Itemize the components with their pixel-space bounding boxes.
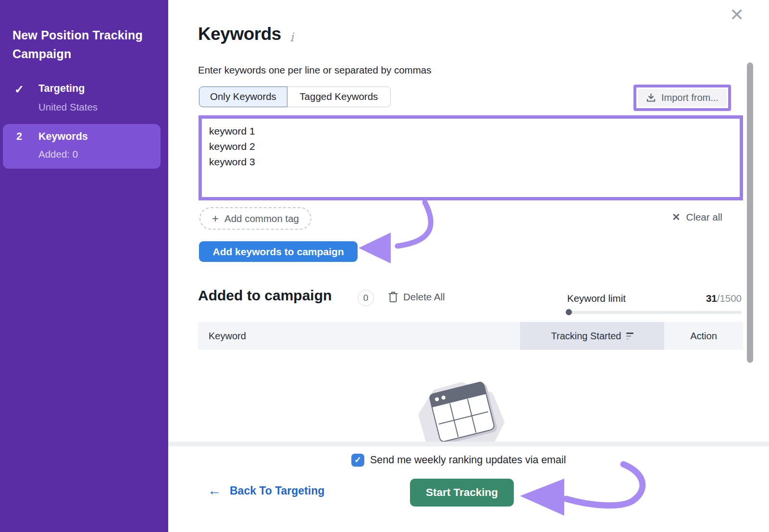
clear-all-label: Clear all bbox=[686, 211, 722, 223]
annotation-arrow-add-keywords bbox=[353, 196, 440, 269]
new-position-tracking-modal: New Position Tracking Campaign ✓ Targeti… bbox=[0, 0, 769, 532]
close-icon[interactable]: ✕ bbox=[726, 4, 748, 26]
keywords-instruction: Enter keywords one per line or separated… bbox=[198, 64, 431, 76]
trash-icon bbox=[388, 291, 398, 303]
step-keywords-label: Keywords bbox=[38, 131, 88, 143]
clear-all-button[interactable]: ✕ Clear all bbox=[672, 211, 722, 223]
delete-all-label: Delete All bbox=[403, 291, 445, 303]
back-to-targeting-link[interactable]: ← Back To Targeting bbox=[208, 484, 324, 497]
tab-tagged-keywords[interactable]: Tagged Keywords bbox=[286, 87, 391, 107]
plus-icon: + bbox=[212, 213, 219, 224]
keywords-mode-tabs: Only Keywords Tagged Keywords bbox=[199, 87, 391, 107]
keywords-added-count: Added: 0 bbox=[38, 148, 78, 160]
left-arrow-icon: ← bbox=[208, 484, 221, 497]
sidebar-step-targeting[interactable]: Targeting bbox=[38, 83, 85, 95]
keyword-limit-used: 31 bbox=[706, 293, 717, 304]
empty-table-illustration bbox=[411, 376, 512, 446]
clear-icon: ✕ bbox=[672, 211, 681, 223]
tab-only-keywords[interactable]: Only Keywords bbox=[199, 87, 287, 107]
column-header-tracking-started[interactable]: Tracking Started bbox=[520, 322, 664, 350]
wizard-sidebar: New Position Tracking Campaign ✓ Targeti… bbox=[0, 0, 168, 532]
vertical-scrollbar-thumb[interactable] bbox=[747, 62, 753, 363]
add-common-tag-label: Add common tag bbox=[224, 213, 299, 224]
back-to-targeting-label: Back To Targeting bbox=[230, 484, 324, 497]
page-title: Keywords bbox=[198, 24, 281, 44]
keyword-limit-value: 31/1500 bbox=[567, 293, 742, 304]
keywords-table-header: Keyword Tracking Started Action bbox=[198, 322, 743, 350]
sidebar-title: New Position Tracking Campaign bbox=[12, 26, 158, 63]
tracking-started-label: Tracking Started bbox=[551, 331, 621, 342]
sort-icon bbox=[626, 333, 633, 340]
keywords-textarea-annotation: keyword 1 keyword 2 keyword 3 bbox=[198, 115, 743, 200]
step-number: 2 bbox=[16, 131, 22, 143]
keyword-limit-total: /1500 bbox=[717, 293, 742, 304]
info-icon[interactable]: i bbox=[290, 30, 294, 44]
added-count-badge: 0 bbox=[358, 290, 374, 306]
weekly-updates-label: Send me weekly ranking updates via email bbox=[370, 454, 566, 467]
added-to-campaign-title: Added to campaign bbox=[198, 287, 332, 304]
keyword-limit-progressbar bbox=[567, 311, 742, 314]
import-from-label: Import from... bbox=[661, 92, 719, 103]
column-header-action: Action bbox=[664, 322, 743, 350]
footer-divider bbox=[168, 442, 769, 446]
check-icon: ✓ bbox=[14, 83, 24, 96]
import-from-button[interactable]: Import from... bbox=[638, 89, 727, 107]
delete-all-button[interactable]: Delete All bbox=[388, 291, 445, 303]
sidebar-step-keywords[interactable]: 2 Keywords Added: 0 bbox=[3, 124, 161, 169]
download-icon bbox=[646, 93, 656, 103]
import-from-annotation: Import from... bbox=[633, 85, 731, 111]
column-header-keyword: Keyword bbox=[209, 322, 246, 350]
start-tracking-button[interactable]: Start Tracking bbox=[410, 479, 514, 507]
targeting-value: United States bbox=[38, 101, 98, 113]
weekly-updates-checkbox[interactable]: ✓ bbox=[351, 454, 364, 467]
add-keywords-to-campaign-button[interactable]: Add keywords to campaign bbox=[199, 241, 358, 262]
keyword-limit-progress-dot bbox=[566, 309, 572, 315]
modal-footer: ✓ Send me weekly ranking updates via ema… bbox=[168, 446, 769, 532]
keywords-input[interactable]: keyword 1 keyword 2 keyword 3 bbox=[202, 119, 740, 197]
add-common-tag-button[interactable]: + Add common tag bbox=[199, 207, 311, 230]
